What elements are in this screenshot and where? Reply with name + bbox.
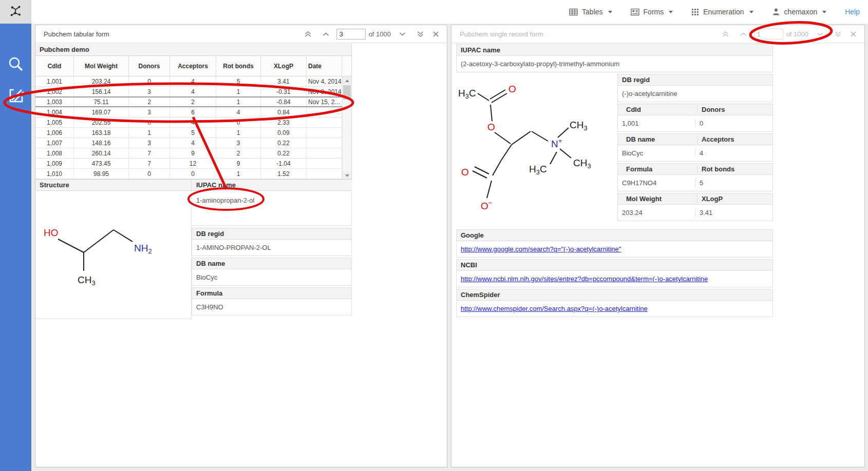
table-row[interactable]: 1,001203.240453.41Nov 4, 2014: [35, 76, 351, 87]
menu-enumeration[interactable]: Enumeration: [691, 8, 753, 16]
structure-column-label: Structure: [35, 180, 192, 190]
grid-cell: 1,010: [35, 169, 74, 179]
menu-user-account[interactable]: chemaxon: [772, 8, 827, 16]
table-row[interactable]: 1,005202.550402.33: [35, 117, 351, 128]
close-panel-button[interactable]: [848, 29, 858, 39]
close-panel-button[interactable]: [431, 29, 441, 39]
structure-canvas[interactable]: HONH2CH3: [35, 191, 192, 319]
record-count-label: of 1000: [369, 30, 391, 38]
grid-cell: 2: [170, 97, 216, 106]
last-record-button[interactable]: [833, 29, 843, 39]
grid-cell: 1: [216, 87, 261, 96]
atom-label: HO: [44, 227, 59, 238]
scroll-up-button[interactable]: [343, 76, 351, 85]
panel-title: Pubchem single record form: [460, 30, 720, 38]
previous-record-button[interactable]: [738, 30, 749, 38]
column-header-cdid[interactable]: CdId: [35, 56, 74, 76]
grid-cell: -1.04: [261, 159, 307, 168]
next-record-button[interactable]: [397, 30, 408, 38]
menu-tables[interactable]: Tables: [569, 8, 612, 16]
column-header-acceptors[interactable]: Acceptors: [170, 56, 216, 76]
table-row[interactable]: 1,006163.181510.09: [35, 128, 351, 138]
next-record-button[interactable]: [815, 30, 825, 38]
bond-line: [501, 145, 512, 160]
field-label: IUPAC name: [457, 44, 772, 56]
field-label: Donors: [697, 106, 772, 113]
record-body: H3COON+CH3CH3H3COO− DB regid (-)o-acetyl…: [456, 74, 773, 228]
menu-label: Enumeration: [703, 8, 744, 16]
menu-forms[interactable]: Forms: [631, 8, 673, 16]
table-row[interactable]: 1,002156.14341-0.31Nov 8, 2014: [35, 87, 351, 97]
grid-cell: 4: [216, 107, 261, 117]
field-value: 1-AMINO-PROPAN-2-OL: [192, 240, 351, 256]
first-record-button[interactable]: [720, 29, 731, 39]
bond-line: [512, 131, 531, 145]
column-header-molweight[interactable]: Mol Weight: [74, 56, 129, 76]
detail-form-header: Structure IUPAC name: [35, 179, 352, 191]
grid-cell: [307, 117, 342, 127]
bond-line: [84, 230, 114, 252]
table-row[interactable]: 1,00375.11221-0.84Nov 15, 2…: [35, 96, 351, 107]
column-header-xlogp[interactable]: XLogP: [261, 56, 307, 76]
grid-cell: 0: [170, 169, 216, 179]
table-row[interactable]: 1,004169.073640.84: [35, 107, 351, 117]
field-group-db-regid: DB regid 1-AMINO-PROPAN-2-OL: [192, 228, 352, 256]
left-sidebar: [0, 24, 31, 471]
atom-label: O: [461, 167, 469, 178]
draw-structure-icon: [7, 86, 25, 107]
first-record-button[interactable]: [303, 29, 313, 39]
link-group-chemspider: ChemSpider http://www.chemspider.com/Sea…: [456, 289, 773, 317]
field-value: (-)o-acetylcarnitine: [618, 86, 772, 102]
grid-cell: 0.84: [261, 107, 307, 117]
field-label-pair: CdId Donors: [618, 104, 772, 115]
table-row[interactable]: 1,01098.950011.52: [35, 169, 351, 179]
grid-cell: Nov 4, 2014: [307, 76, 342, 86]
help-link[interactable]: Help: [845, 8, 860, 16]
table-row[interactable]: 1,008260.147920.22: [35, 148, 351, 159]
scroll-down-button[interactable]: [343, 171, 351, 180]
atom-label: CH3: [78, 274, 96, 287]
record-pager: of 1000: [720, 29, 858, 40]
field-value-pair: BioCyc 4: [618, 145, 772, 161]
grid-scrollbar[interactable]: [342, 76, 351, 180]
record-number-input[interactable]: [754, 29, 783, 40]
field-value: 3.41: [695, 209, 772, 217]
field-label: Acceptors: [697, 135, 772, 143]
column-header-rotbonds[interactable]: Rot bonds: [216, 56, 261, 76]
structure-canvas[interactable]: H3COON+CH3CH3H3COO−: [456, 74, 617, 228]
user-icon: [772, 8, 780, 16]
grid-cell: 0: [129, 117, 170, 127]
structure-editor-button[interactable]: [0, 86, 31, 107]
grid-title: Pubchem demo: [35, 44, 351, 56]
field-group-molweight-xlogp: Mol Weight XLogP 203.24 3.41: [617, 193, 773, 221]
grid-cell: 473.45: [74, 159, 129, 168]
field-label-pair: DB name Acceptors: [618, 134, 772, 145]
column-header-date[interactable]: Date: [307, 56, 342, 76]
iupac-field-group: IUPAC name (2-acetoxy-3-carboxylato-prop…: [456, 44, 773, 72]
iupac-name-value: 1-aminopropan-2-ol: [192, 191, 352, 226]
chemaxon-logo[interactable]: [0, 0, 31, 24]
last-record-button[interactable]: [415, 29, 426, 39]
grid-cell: 0: [216, 117, 261, 127]
previous-record-button[interactable]: [320, 30, 331, 38]
record-number-input[interactable]: [336, 29, 366, 40]
triangle-up-icon: [345, 80, 349, 82]
google-search-link[interactable]: http://www.google.com/search?q="(-)o-ace…: [461, 245, 621, 253]
grid-cell: 1,002: [35, 87, 74, 96]
grid-cell: 0.22: [261, 138, 307, 148]
grid-cell: 6: [170, 107, 216, 117]
table-row[interactable]: 1,007148.163430.22: [35, 138, 351, 148]
table-row[interactable]: 1,009473.457129-1.04: [35, 159, 351, 169]
field-value: 1,001: [618, 120, 695, 127]
field-label: XLogP: [697, 195, 772, 203]
grid-cell: 0.22: [261, 148, 307, 158]
field-label: DB regid: [192, 228, 351, 240]
atom-label: O: [487, 122, 495, 132]
column-header-donors[interactable]: Donors: [129, 56, 170, 76]
chemspider-search-link[interactable]: http://www.chemspider.com/Search.aspx?q=…: [461, 305, 648, 312]
grid-cell: 1,001: [35, 76, 74, 86]
menu-label: chemaxon: [784, 8, 818, 16]
ncbi-search-link[interactable]: http://www.ncbi.nlm.nih.gov/sites/entrez…: [461, 275, 708, 283]
scrollbar-thumb[interactable]: [343, 85, 351, 100]
search-button[interactable]: [0, 55, 31, 75]
